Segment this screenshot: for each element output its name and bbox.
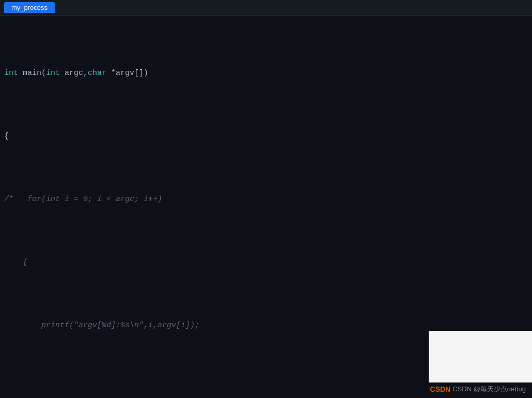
line-3: /* for(int i = 0; i < argc; i++) bbox=[0, 192, 532, 207]
line-1: int main(int argc,char *argv[]) bbox=[0, 66, 532, 81]
line-4: { bbox=[0, 255, 532, 270]
watermark-text: CSDN @每天少点debug bbox=[452, 385, 526, 394]
image-overlay bbox=[429, 331, 532, 382]
code-editor: my_process int main(int argc,char *argv[… bbox=[0, 0, 532, 398]
line-2: { bbox=[0, 129, 532, 144]
watermark: CSDN CSDN @每天少点debug bbox=[430, 385, 526, 394]
watermark-logo: CSDN bbox=[430, 385, 451, 393]
tab-my-process[interactable]: my_process bbox=[4, 2, 55, 13]
tab-bar: my_process bbox=[0, 0, 532, 16]
